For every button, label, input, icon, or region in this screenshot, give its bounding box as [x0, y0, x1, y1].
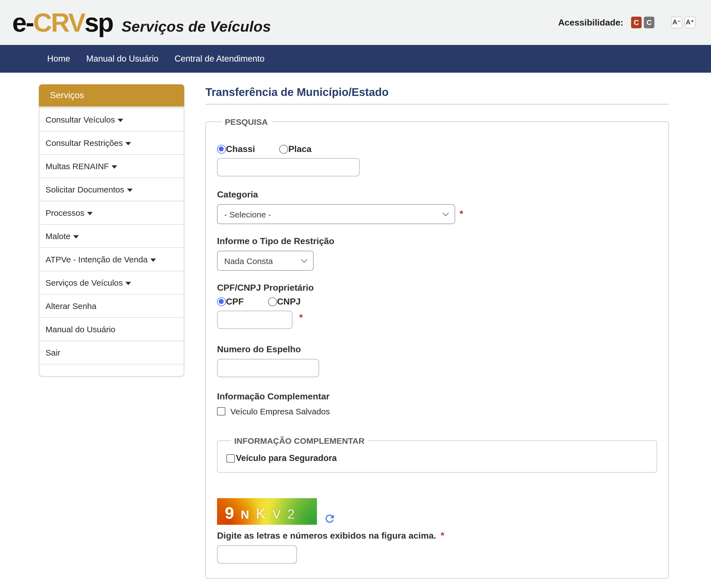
- chassi-radio[interactable]: [217, 145, 226, 154]
- categoria-label: Categoria: [217, 190, 657, 200]
- veiculo-empresa-salvados-row: Veículo Empresa Salvados: [217, 407, 657, 416]
- cnpj-radio-label: CNPJ: [277, 297, 301, 307]
- sidebar-item-label: Manual do Usuário: [45, 324, 115, 334]
- sidebar-item-label: Processos: [45, 208, 84, 218]
- veiculo-seguradora-label: Veículo para Seguradora: [236, 453, 337, 463]
- chevron-down-icon: [125, 142, 131, 145]
- sidebar-menu: Consultar Veículos Consultar Restrições …: [39, 108, 184, 377]
- font-decrease-button[interactable]: A⁻: [671, 17, 682, 28]
- espelho-input[interactable]: [217, 359, 319, 377]
- top-header: e- CRV sp Serviços de Veículos Acessibil…: [0, 0, 711, 45]
- cpf-cnpj-label: CPF/CNPJ Proprietário: [217, 283, 657, 293]
- logo-sp: sp: [84, 7, 113, 38]
- nav-item-manual[interactable]: Manual do Usuário: [86, 54, 158, 64]
- page: e- CRV sp Serviços de Veículos Acessibil…: [0, 0, 711, 588]
- restricao-selected-value: Nada Consta: [224, 256, 273, 266]
- captcha-char: 2: [287, 506, 295, 522]
- nav-item-central-atendimento[interactable]: Central de Atendimento: [175, 54, 264, 64]
- sidebar-item-manual-usuario[interactable]: Manual do Usuário: [39, 317, 184, 341]
- captcha-caption: Digite as letras e números exibidos na f…: [217, 531, 436, 541]
- captcha-char: 9: [225, 504, 234, 523]
- sidebar-item-multas-renainf[interactable]: Multas RENAINF: [39, 154, 184, 178]
- sidebar-item-solicitar-documentos[interactable]: Solicitar Documentos: [39, 178, 184, 201]
- veiculo-empresa-salvados-label: Veículo Empresa Salvados: [230, 407, 330, 416]
- chevron-down-icon: [443, 210, 449, 216]
- sidebar-footer: [39, 364, 184, 376]
- sidebar-item-label: Consultar Restrições: [45, 138, 123, 148]
- search-type-radios: Chassi Placa: [217, 144, 657, 154]
- chevron-down-icon: [127, 188, 132, 192]
- logo-tagline: Serviços de Veículos: [122, 18, 271, 36]
- title-divider: [206, 104, 669, 105]
- cpf-radio[interactable]: [217, 297, 226, 306]
- cpf-cnpj-radios: CPF CNPJ: [217, 297, 657, 307]
- cpf-radio-label: CPF: [226, 297, 244, 307]
- sidebar-item-label: Serviços de Veículos: [45, 278, 123, 287]
- captcha-code: 9NKV2: [225, 504, 301, 523]
- chassi-input[interactable]: [217, 158, 360, 176]
- chevron-down-icon: [301, 256, 307, 263]
- chassi-radio-label: Chassi: [226, 144, 255, 154]
- main-panel: Transferência de Município/Estado PESQUI…: [206, 84, 669, 588]
- restricao-select[interactable]: Nada Consta: [217, 251, 314, 271]
- sidebar: Serviços Consultar Veículos Consultar Re…: [39, 84, 184, 377]
- captcha-char: N: [241, 508, 249, 521]
- info-complementar-label: Informação Complementar: [217, 392, 657, 402]
- captcha-char: V: [273, 507, 281, 522]
- sidebar-header-servicos[interactable]: Serviços: [39, 84, 184, 107]
- sidebar-item-label: Malote: [45, 231, 70, 241]
- sidebar-item-servicos-veiculos[interactable]: Serviços de Veículos: [39, 271, 184, 294]
- sidebar-item-alterar-senha[interactable]: Alterar Senha: [39, 294, 184, 317]
- chevron-down-icon: [150, 258, 156, 262]
- pesquisa-legend: PESQUISA: [221, 117, 271, 127]
- restricao-label: Informe o Tipo de Restrição: [217, 236, 657, 246]
- sidebar-item-consultar-restricoes[interactable]: Consultar Restrições: [39, 131, 184, 154]
- accessibility-label: Acessibilidade:: [558, 18, 623, 27]
- chevron-down-icon: [118, 119, 123, 122]
- captcha-char: K: [256, 505, 266, 523]
- espelho-label: Numero do Espelho: [217, 344, 657, 355]
- categoria-selected-value: - Selecione -: [224, 209, 271, 219]
- captcha-image: 9NKV2: [217, 498, 317, 525]
- chevron-down-icon: [87, 212, 93, 215]
- captcha-row: 9NKV2: [217, 498, 657, 525]
- app-logo: e- CRV sp Serviços de Veículos: [12, 7, 271, 38]
- required-asterisk: *: [459, 208, 463, 220]
- sidebar-item-sair[interactable]: Sair: [39, 341, 184, 364]
- sidebar-item-label: Solicitar Documentos: [45, 185, 124, 194]
- sidebar-item-label: Consultar Veículos: [45, 115, 115, 124]
- categoria-select[interactable]: - Selecione -: [217, 204, 455, 224]
- sidebar-item-consultar-veiculos[interactable]: Consultar Veículos: [39, 108, 184, 131]
- cpf-cnpj-input[interactable]: [217, 311, 293, 329]
- chevron-down-icon: [73, 235, 79, 239]
- content: Serviços Consultar Veículos Consultar Re…: [0, 73, 711, 588]
- sidebar-item-atpve[interactable]: ATPVe - Intenção de Venda: [39, 247, 184, 271]
- info-complementar-legend: INFORMAÇÃO COMPLEMENTAR: [231, 436, 368, 446]
- sidebar-item-malote[interactable]: Malote: [39, 224, 184, 247]
- font-increase-button[interactable]: A⁺: [684, 17, 695, 28]
- sidebar-item-processos[interactable]: Processos: [39, 201, 184, 224]
- logo-crv: CRV: [33, 7, 85, 38]
- captcha-refresh-icon[interactable]: [324, 513, 336, 525]
- main-nav: Home Manual do Usuário Central de Atendi…: [0, 45, 711, 73]
- nav-item-home[interactable]: Home: [47, 54, 70, 64]
- captcha-input[interactable]: [217, 545, 297, 564]
- page-title: Transferência de Município/Estado: [206, 86, 669, 99]
- accessibility-bar: Acessibilidade: C C A⁻ A⁺: [558, 17, 695, 28]
- sidebar-item-label: Alterar Senha: [45, 301, 96, 311]
- veiculo-empresa-salvados-checkbox[interactable]: [217, 407, 225, 415]
- logo-prefix: e-: [12, 7, 33, 38]
- info-complementar-fieldset: INFORMAÇÃO COMPLEMENTAR Veículo para Seg…: [217, 436, 657, 473]
- sidebar-item-label: Multas RENAINF: [45, 161, 109, 171]
- sidebar-item-label: ATPVe - Intenção de Venda: [45, 255, 148, 264]
- chevron-down-icon: [112, 165, 117, 168]
- placa-radio[interactable]: [279, 145, 288, 154]
- contrast-red-button[interactable]: C: [631, 17, 642, 28]
- required-asterisk: *: [441, 530, 444, 541]
- veiculo-seguradora-row: Veículo para Seguradora: [227, 453, 648, 463]
- contrast-gray-button[interactable]: C: [644, 17, 654, 28]
- cnpj-radio[interactable]: [268, 297, 277, 306]
- veiculo-seguradora-checkbox[interactable]: [227, 454, 235, 462]
- required-asterisk: *: [299, 312, 303, 323]
- pesquisa-fieldset: PESQUISA Chassi Placa Categoria - Seleci…: [206, 117, 669, 579]
